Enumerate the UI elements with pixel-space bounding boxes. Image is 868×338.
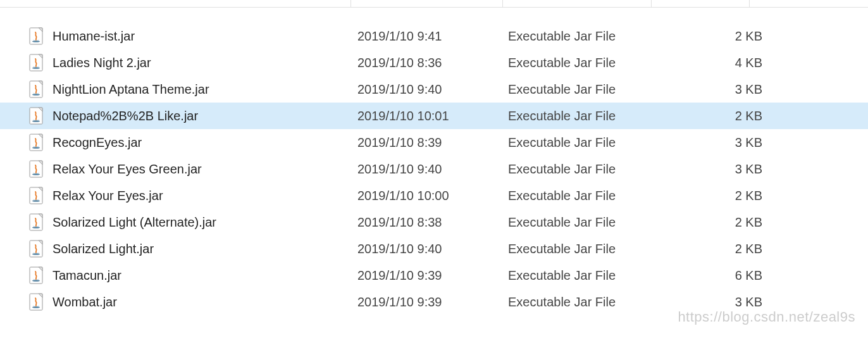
column-header-size[interactable]: 大小 xyxy=(652,0,750,7)
file-type: Executable Jar File xyxy=(508,189,658,203)
jar-file-icon xyxy=(28,107,53,125)
file-size: 2 KB xyxy=(658,242,769,256)
file-name: NightLion Aptana Theme.jar xyxy=(53,82,357,97)
column-header-name[interactable]: 名称 xyxy=(25,0,351,7)
svg-point-8 xyxy=(32,94,40,96)
file-date: 2019/1/10 9:40 xyxy=(357,162,508,177)
file-row[interactable]: Notepad%2B%2B Like.jar2019/1/10 10:01Exe… xyxy=(0,103,868,129)
file-name: Humane-ist.jar xyxy=(53,29,357,44)
file-size: 2 KB xyxy=(658,189,769,203)
svg-point-17 xyxy=(32,173,40,175)
jar-file-icon xyxy=(28,27,53,45)
file-type: Executable Jar File xyxy=(508,162,658,177)
column-header-date[interactable]: 修改日期 xyxy=(351,0,503,7)
svg-point-32 xyxy=(32,306,40,308)
jar-file-icon xyxy=(28,187,53,204)
file-date: 2019/1/10 10:01 xyxy=(357,109,508,123)
file-type: Executable Jar File xyxy=(508,215,658,230)
file-name: Relax Your Eyes.jar xyxy=(53,189,357,203)
file-row[interactable]: Solarized Light.jar2019/1/10 9:40Executa… xyxy=(0,235,868,262)
svg-point-14 xyxy=(32,147,40,149)
file-name: Relax Your Eyes Green.jar xyxy=(53,162,357,177)
file-date: 2019/1/10 9:40 xyxy=(357,82,508,97)
file-type: Executable Jar File xyxy=(508,82,658,97)
jar-file-icon xyxy=(28,134,53,151)
jar-file-icon xyxy=(28,266,53,284)
jar-file-icon xyxy=(28,54,53,72)
file-row[interactable]: Humane-ist.jar2019/1/10 9:41Executable J… xyxy=(0,23,868,49)
file-name: Notepad%2B%2B Like.jar xyxy=(53,109,357,123)
file-list: Humane-ist.jar2019/1/10 9:41Executable J… xyxy=(0,8,868,315)
svg-point-23 xyxy=(32,227,40,228)
file-date: 2019/1/10 9:39 xyxy=(357,268,508,283)
file-date: 2019/1/10 8:39 xyxy=(357,135,508,150)
jar-file-icon xyxy=(28,213,53,231)
file-row[interactable]: Solarized Light (Alternate).jar2019/1/10… xyxy=(0,209,868,235)
file-type: Executable Jar File xyxy=(508,135,658,150)
file-row[interactable]: Relax Your Eyes Green.jar2019/1/10 9:40E… xyxy=(0,156,868,182)
file-row[interactable]: Relax Your Eyes.jar2019/1/10 10:00Execut… xyxy=(0,182,868,209)
file-type: Executable Jar File xyxy=(508,295,658,310)
file-size: 2 KB xyxy=(658,29,769,44)
file-name: Tamacun.jar xyxy=(53,268,357,283)
file-size: 3 KB xyxy=(658,82,769,97)
file-date: 2019/1/10 9:39 xyxy=(357,295,508,310)
svg-point-11 xyxy=(32,120,40,122)
file-name: Solarized Light (Alternate).jar xyxy=(53,215,357,230)
file-date: 2019/1/10 10:00 xyxy=(357,189,508,203)
svg-point-29 xyxy=(32,280,40,282)
file-type: Executable Jar File xyxy=(508,109,658,123)
file-date: 2019/1/10 8:38 xyxy=(357,215,508,230)
file-size: 3 KB xyxy=(658,135,769,150)
file-name: Wombat.jar xyxy=(53,295,357,310)
svg-point-26 xyxy=(32,253,40,255)
file-size: 2 KB xyxy=(658,215,769,230)
file-type: Executable Jar File xyxy=(508,56,658,70)
file-date: 2019/1/10 8:36 xyxy=(357,56,508,70)
file-name: Ladies Night 2.jar xyxy=(53,56,357,70)
file-size: 6 KB xyxy=(658,268,769,283)
file-date: 2019/1/10 9:40 xyxy=(357,242,508,256)
svg-point-20 xyxy=(32,200,40,202)
file-row[interactable]: Wombat.jar2019/1/10 9:39Executable Jar F… xyxy=(0,289,868,315)
file-type: Executable Jar File xyxy=(508,29,658,44)
file-type: Executable Jar File xyxy=(508,242,658,256)
jar-file-icon xyxy=(28,293,53,311)
jar-file-icon xyxy=(28,80,53,98)
file-date: 2019/1/10 9:41 xyxy=(357,29,508,44)
file-row[interactable]: Tamacun.jar2019/1/10 9:39Executable Jar … xyxy=(0,262,868,289)
file-size: 3 KB xyxy=(658,162,769,177)
jar-file-icon xyxy=(28,240,53,258)
jar-file-icon xyxy=(28,160,53,178)
svg-point-5 xyxy=(32,67,40,69)
file-name: Solarized Light.jar xyxy=(53,242,357,256)
file-size: 2 KB xyxy=(658,109,769,123)
file-type: Executable Jar File xyxy=(508,268,658,283)
file-size: 4 KB xyxy=(658,56,769,70)
file-size: 3 KB xyxy=(658,295,769,310)
file-row[interactable]: Ladies Night 2.jar2019/1/10 8:36Executab… xyxy=(0,49,868,76)
column-header-type[interactable]: 类型 xyxy=(503,0,652,7)
column-headers: 名称 修改日期 类型 大小 xyxy=(0,0,868,8)
file-row[interactable]: NightLion Aptana Theme.jar2019/1/10 9:40… xyxy=(0,76,868,103)
svg-point-2 xyxy=(32,41,40,42)
file-name: RecognEyes.jar xyxy=(53,135,357,150)
file-row[interactable]: RecognEyes.jar2019/1/10 8:39Executable J… xyxy=(0,129,868,156)
